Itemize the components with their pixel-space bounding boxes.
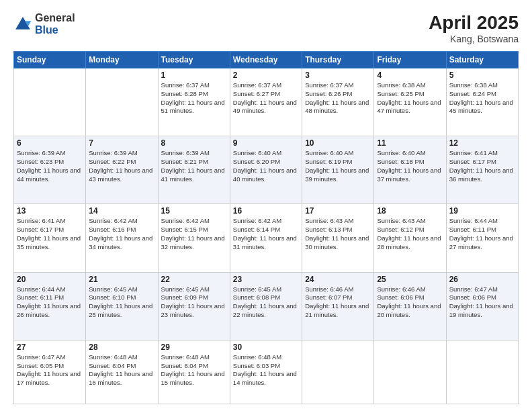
calendar-cell: 21Sunrise: 6:45 AM Sunset: 6:10 PM Dayli… (86, 272, 158, 340)
day-info: Sunrise: 6:44 AM Sunset: 6:11 PM Dayligh… (17, 285, 83, 320)
day-info: Sunrise: 6:48 AM Sunset: 6:04 PM Dayligh… (89, 353, 154, 387)
day-number: 24 (305, 275, 371, 284)
day-number: 28 (89, 342, 154, 352)
title-block: April 2025 Kang, Botswana (429, 12, 519, 44)
calendar-week-row: 20Sunrise: 6:44 AM Sunset: 6:11 PM Dayli… (14, 272, 519, 340)
calendar-cell: 18Sunrise: 6:43 AM Sunset: 6:12 PM Dayli… (374, 204, 446, 272)
calendar-cell (86, 68, 158, 136)
day-info: Sunrise: 6:48 AM Sunset: 6:04 PM Dayligh… (161, 353, 227, 387)
calendar-cell: 2Sunrise: 6:37 AM Sunset: 6:27 PM Daylig… (230, 68, 302, 136)
day-info: Sunrise: 6:47 AM Sunset: 6:06 PM Dayligh… (449, 285, 515, 320)
day-number: 18 (377, 206, 443, 216)
day-number: 20 (17, 275, 83, 284)
day-info: Sunrise: 6:41 AM Sunset: 6:17 PM Dayligh… (17, 217, 83, 251)
calendar-cell: 23Sunrise: 6:45 AM Sunset: 6:08 PM Dayli… (230, 272, 302, 340)
day-info: Sunrise: 6:38 AM Sunset: 6:24 PM Dayligh… (449, 81, 515, 116)
calendar-cell: 8Sunrise: 6:39 AM Sunset: 6:21 PM Daylig… (158, 136, 230, 204)
day-info: Sunrise: 6:45 AM Sunset: 6:10 PM Dayligh… (89, 285, 154, 320)
calendar-day-header: Sunday (14, 52, 86, 68)
day-number: 4 (377, 71, 443, 80)
day-number: 5 (449, 71, 515, 80)
calendar-week-row: 13Sunrise: 6:41 AM Sunset: 6:17 PM Dayli… (14, 204, 519, 272)
calendar-cell: 3Sunrise: 6:37 AM Sunset: 6:26 PM Daylig… (302, 68, 374, 136)
day-number: 2 (233, 71, 299, 80)
calendar-cell: 11Sunrise: 6:40 AM Sunset: 6:18 PM Dayli… (374, 136, 446, 204)
calendar-cell: 12Sunrise: 6:41 AM Sunset: 6:17 PM Dayli… (446, 136, 518, 204)
day-info: Sunrise: 6:40 AM Sunset: 6:19 PM Dayligh… (305, 149, 371, 183)
day-info: Sunrise: 6:45 AM Sunset: 6:09 PM Dayligh… (161, 285, 227, 320)
day-info: Sunrise: 6:39 AM Sunset: 6:21 PM Dayligh… (161, 149, 227, 183)
logo-blue: Blue (35, 24, 58, 36)
calendar-week-row: 27Sunrise: 6:47 AM Sunset: 6:05 PM Dayli… (14, 340, 519, 404)
day-info: Sunrise: 6:46 AM Sunset: 6:06 PM Dayligh… (377, 285, 443, 320)
calendar-cell: 28Sunrise: 6:48 AM Sunset: 6:04 PM Dayli… (86, 340, 158, 404)
calendar-cell (374, 340, 446, 404)
day-info: Sunrise: 6:44 AM Sunset: 6:11 PM Dayligh… (449, 217, 515, 251)
day-number: 21 (89, 275, 154, 284)
calendar-cell (302, 340, 374, 404)
day-info: Sunrise: 6:39 AM Sunset: 6:22 PM Dayligh… (89, 149, 154, 183)
day-info: Sunrise: 6:42 AM Sunset: 6:16 PM Dayligh… (89, 217, 154, 251)
day-number: 17 (305, 206, 371, 216)
calendar-day-header: Monday (86, 52, 158, 68)
day-number: 1 (161, 71, 227, 80)
calendar-day-header: Tuesday (158, 52, 230, 68)
calendar-cell: 19Sunrise: 6:44 AM Sunset: 6:11 PM Dayli… (446, 204, 518, 272)
calendar-cell: 6Sunrise: 6:39 AM Sunset: 6:23 PM Daylig… (14, 136, 86, 204)
day-number: 19 (449, 206, 515, 216)
day-number: 26 (449, 275, 515, 284)
day-number: 12 (449, 138, 515, 148)
calendar-cell: 10Sunrise: 6:40 AM Sunset: 6:19 PM Dayli… (302, 136, 374, 204)
calendar-cell: 13Sunrise: 6:41 AM Sunset: 6:17 PM Dayli… (14, 204, 86, 272)
day-info: Sunrise: 6:42 AM Sunset: 6:15 PM Dayligh… (161, 217, 227, 251)
day-info: Sunrise: 6:40 AM Sunset: 6:18 PM Dayligh… (377, 149, 443, 183)
calendar-cell: 20Sunrise: 6:44 AM Sunset: 6:11 PM Dayli… (14, 272, 86, 340)
title-month: April 2025 (429, 12, 519, 34)
day-number: 16 (233, 206, 299, 216)
calendar-cell (446, 340, 518, 404)
calendar-cell: 30Sunrise: 6:48 AM Sunset: 6:03 PM Dayli… (230, 340, 302, 404)
calendar-header-row: SundayMondayTuesdayWednesdayThursdayFrid… (14, 52, 519, 68)
calendar-week-row: 1Sunrise: 6:37 AM Sunset: 6:28 PM Daylig… (14, 68, 519, 136)
calendar-cell: 4Sunrise: 6:38 AM Sunset: 6:25 PM Daylig… (374, 68, 446, 136)
calendar-cell: 22Sunrise: 6:45 AM Sunset: 6:09 PM Dayli… (158, 272, 230, 340)
day-info: Sunrise: 6:38 AM Sunset: 6:25 PM Dayligh… (377, 81, 443, 116)
logo-text: General Blue (35, 12, 75, 36)
day-number: 10 (305, 138, 371, 148)
day-number: 27 (17, 342, 83, 352)
day-number: 23 (233, 275, 299, 284)
day-number: 3 (305, 71, 371, 80)
day-number: 9 (233, 138, 299, 148)
day-number: 15 (161, 206, 227, 216)
day-info: Sunrise: 6:43 AM Sunset: 6:12 PM Dayligh… (377, 217, 443, 251)
calendar-cell: 24Sunrise: 6:46 AM Sunset: 6:07 PM Dayli… (302, 272, 374, 340)
day-info: Sunrise: 6:41 AM Sunset: 6:17 PM Dayligh… (449, 149, 515, 183)
calendar-cell: 27Sunrise: 6:47 AM Sunset: 6:05 PM Dayli… (14, 340, 86, 404)
logo-icon (13, 15, 32, 34)
calendar-cell: 1Sunrise: 6:37 AM Sunset: 6:28 PM Daylig… (158, 68, 230, 136)
calendar-day-header: Friday (374, 52, 446, 68)
calendar-cell: 15Sunrise: 6:42 AM Sunset: 6:15 PM Dayli… (158, 204, 230, 272)
calendar-cell (14, 68, 86, 136)
title-location: Kang, Botswana (429, 34, 519, 44)
day-info: Sunrise: 6:48 AM Sunset: 6:03 PM Dayligh… (233, 353, 299, 387)
day-number: 22 (161, 275, 227, 284)
page: General Blue April 2025 Kang, Botswana S… (0, 0, 532, 411)
day-info: Sunrise: 6:37 AM Sunset: 6:27 PM Dayligh… (233, 81, 299, 116)
calendar-cell: 14Sunrise: 6:42 AM Sunset: 6:16 PM Dayli… (86, 204, 158, 272)
calendar-cell: 16Sunrise: 6:42 AM Sunset: 6:14 PM Dayli… (230, 204, 302, 272)
day-number: 14 (89, 206, 154, 216)
day-number: 8 (161, 138, 227, 148)
day-number: 7 (89, 138, 154, 148)
day-info: Sunrise: 6:47 AM Sunset: 6:05 PM Dayligh… (17, 353, 83, 387)
day-info: Sunrise: 6:40 AM Sunset: 6:20 PM Dayligh… (233, 149, 299, 183)
day-number: 25 (377, 275, 443, 284)
calendar-day-header: Saturday (446, 52, 518, 68)
day-info: Sunrise: 6:42 AM Sunset: 6:14 PM Dayligh… (233, 217, 299, 251)
day-info: Sunrise: 6:39 AM Sunset: 6:23 PM Dayligh… (17, 149, 83, 183)
header: General Blue April 2025 Kang, Botswana (13, 12, 519, 44)
day-info: Sunrise: 6:43 AM Sunset: 6:13 PM Dayligh… (305, 217, 371, 251)
calendar-cell: 29Sunrise: 6:48 AM Sunset: 6:04 PM Dayli… (158, 340, 230, 404)
day-number: 6 (17, 138, 83, 148)
day-info: Sunrise: 6:46 AM Sunset: 6:07 PM Dayligh… (305, 285, 371, 320)
